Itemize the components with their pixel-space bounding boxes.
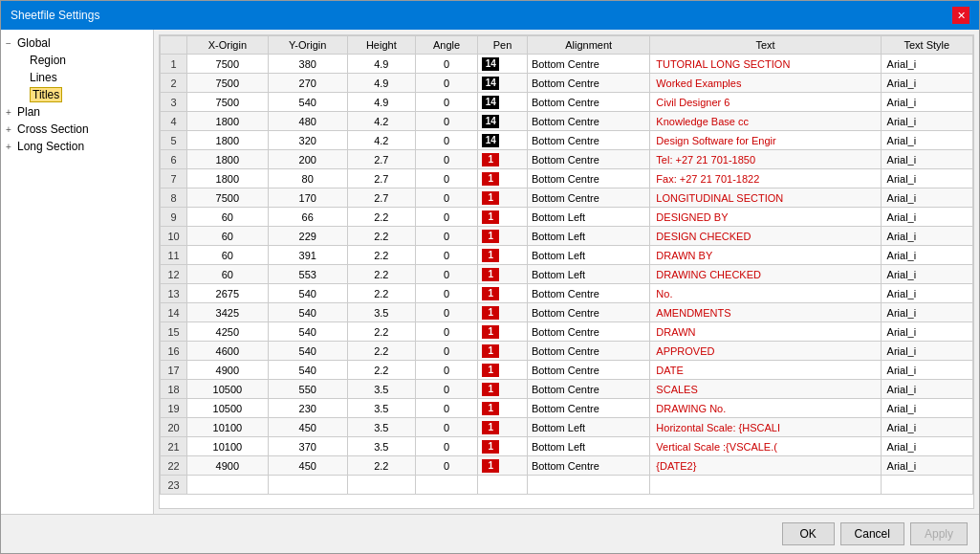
- cell-height-16: 2.2: [347, 342, 415, 361]
- cell-height-18: 3.5: [347, 380, 415, 399]
- col-header-6: Alignment: [527, 36, 649, 55]
- cell-y-20: 450: [268, 418, 347, 437]
- table-row[interactable]: 618002002.701Bottom CentreTel: +27 21 70…: [161, 150, 973, 169]
- cell-pen-6: 1: [478, 150, 528, 169]
- pen-box-17: 1: [482, 364, 499, 377]
- cell-x-16: 4600: [187, 342, 269, 361]
- table-row[interactable]: 875001702.701Bottom CentreLONGITUDINAL S…: [161, 188, 973, 208]
- sidebar-item-long-section[interactable]: +Long Section: [1, 138, 153, 155]
- pen-box-16: 1: [482, 344, 499, 358]
- cell-height-6: 2.7: [347, 150, 415, 169]
- table-row[interactable]: 21101003703.501Bottom LeftVertical Scale…: [161, 437, 973, 456]
- row-num-8: 8: [161, 188, 187, 208]
- table-row[interactable]: 275002704.9014Bottom CentreWorked Exampl…: [161, 74, 973, 93]
- cell-pen-21: 1: [478, 437, 528, 456]
- cell-y-17: 540: [268, 361, 347, 380]
- table-row[interactable]: 1434255403.501Bottom CentreAMENDMENTSAri…: [161, 303, 973, 322]
- cell-pen-22: 1: [478, 456, 528, 476]
- cell-style-21: Arial_i: [881, 437, 972, 456]
- cell-angle-17: 0: [415, 361, 477, 380]
- pen-box-15: 1: [482, 325, 499, 339]
- cancel-button[interactable]: Cancel: [840, 522, 904, 545]
- pen-box-14: 1: [482, 306, 499, 320]
- cell-angle-13: 0: [415, 284, 477, 303]
- table-row[interactable]: 23: [161, 476, 973, 495]
- cell-pen-15: 1: [478, 322, 528, 342]
- cell-y-22: 450: [268, 456, 347, 476]
- cell-height-3: 4.9: [347, 93, 415, 112]
- sidebar-item-region[interactable]: Region: [1, 52, 153, 69]
- cell-text-23: [650, 476, 881, 495]
- table-row[interactable]: 1542505402.201Bottom CentreDRAWNArial_i: [161, 322, 973, 342]
- col-header-4: Angle: [415, 36, 477, 55]
- footer: OK Cancel Apply: [1, 514, 979, 553]
- cell-style-3: Arial_i: [881, 93, 972, 112]
- row-num-19: 19: [161, 399, 187, 418]
- sidebar-item-cross-section[interactable]: +Cross Section: [1, 121, 153, 138]
- close-button[interactable]: ✕: [952, 7, 969, 24]
- ok-button[interactable]: OK: [782, 522, 835, 545]
- table-row[interactable]: 1749005402.201Bottom CentreDATEArial_i: [161, 361, 973, 380]
- cell-y-9: 66: [268, 208, 347, 227]
- cell-style-12: Arial_i: [881, 265, 972, 284]
- table-row[interactable]: 71800802.701Bottom CentreFax: +27 21 701…: [161, 169, 973, 188]
- cell-align-23: [527, 476, 649, 495]
- row-num-17: 17: [161, 361, 187, 380]
- table-row[interactable]: 18105005503.501Bottom CentreSCALESArial_…: [161, 380, 973, 399]
- cell-pen-2: 14: [478, 74, 528, 93]
- cell-height-17: 2.2: [347, 361, 415, 380]
- table-row[interactable]: 12605532.201Bottom LeftDRAWING CHECKEDAr…: [161, 265, 973, 284]
- cell-pen-17: 1: [478, 361, 528, 380]
- table-row[interactable]: 19105002303.501Bottom CentreDRAWING No.A…: [161, 399, 973, 418]
- cell-text-11: DRAWN BY: [650, 246, 881, 265]
- cell-y-7: 80: [268, 169, 347, 188]
- cell-align-2: Bottom Centre: [527, 74, 649, 93]
- cell-height-12: 2.2: [347, 265, 415, 284]
- cell-y-12: 553: [268, 265, 347, 284]
- table-row[interactable]: 2249004502.201Bottom Centre{DATE2}Arial_…: [161, 456, 973, 476]
- cell-align-20: Bottom Left: [527, 418, 649, 437]
- pen-box-12: 1: [482, 268, 499, 281]
- table-row[interactable]: 960662.201Bottom LeftDESIGNED BYArial_i: [161, 208, 973, 227]
- sidebar-item-titles[interactable]: Titles: [1, 86, 153, 103]
- cell-height-2: 4.9: [347, 74, 415, 93]
- sidebar-item-plan[interactable]: +Plan: [1, 103, 153, 121]
- cell-text-12: DRAWING CHECKED: [650, 265, 881, 284]
- table-row[interactable]: 10602292.201Bottom LeftDESIGN CHECKEDAri…: [161, 227, 973, 246]
- cell-align-19: Bottom Centre: [527, 399, 649, 418]
- cell-style-7: Arial_i: [881, 169, 972, 188]
- cell-style-20: Arial_i: [881, 418, 972, 437]
- cell-y-23: [268, 476, 347, 495]
- main-window: Sheetfile Settings ✕ −GlobalRegionLinesT…: [0, 0, 980, 554]
- cell-y-6: 200: [268, 150, 347, 169]
- table-row[interactable]: 518003204.2014Bottom CentreDesign Softwa…: [161, 131, 973, 150]
- table-row[interactable]: 20101004503.501Bottom LeftHorizontal Sca…: [161, 418, 973, 437]
- col-header-8: Text Style: [881, 36, 972, 55]
- table-row[interactable]: 418004804.2014Bottom CentreKnowledge Bas…: [161, 112, 973, 131]
- sidebar-item-lines[interactable]: Lines: [1, 69, 153, 86]
- table-row[interactable]: 11603912.201Bottom LeftDRAWN BYArial_i: [161, 246, 973, 265]
- cell-style-17: Arial_i: [881, 361, 972, 380]
- table-container[interactable]: X-OriginY-OriginHeightAnglePenAlignmentT…: [159, 34, 974, 509]
- cell-x-10: 60: [187, 227, 269, 246]
- cell-x-12: 60: [187, 265, 269, 284]
- row-num-12: 12: [161, 265, 187, 284]
- cell-x-20: 10100: [187, 418, 269, 437]
- col-header-0: [161, 36, 187, 55]
- cell-angle-20: 0: [415, 418, 477, 437]
- cell-align-13: Bottom Centre: [527, 284, 649, 303]
- sidebar-label-titles: Titles: [30, 87, 62, 102]
- cell-style-10: Arial_i: [881, 227, 972, 246]
- cell-style-14: Arial_i: [881, 303, 972, 322]
- table-row[interactable]: 175003804.9014Bottom CentreTUTORIAL LONG…: [161, 55, 973, 74]
- table-row[interactable]: 1646005402.201Bottom CentreAPPROVEDArial…: [161, 342, 973, 361]
- cell-text-16: APPROVED: [650, 342, 881, 361]
- table-row[interactable]: 375005404.9014Bottom CentreCivil Designe…: [161, 93, 973, 112]
- sidebar-item-global[interactable]: −Global: [1, 34, 153, 52]
- cell-x-22: 4900: [187, 456, 269, 476]
- cell-height-8: 2.7: [347, 188, 415, 208]
- col-header-7: Text: [650, 36, 881, 55]
- sidebar-label-plan: Plan: [17, 105, 40, 119]
- apply-button[interactable]: Apply: [910, 522, 968, 545]
- table-row[interactable]: 1326755402.201Bottom CentreNo.Arial_i: [161, 284, 973, 303]
